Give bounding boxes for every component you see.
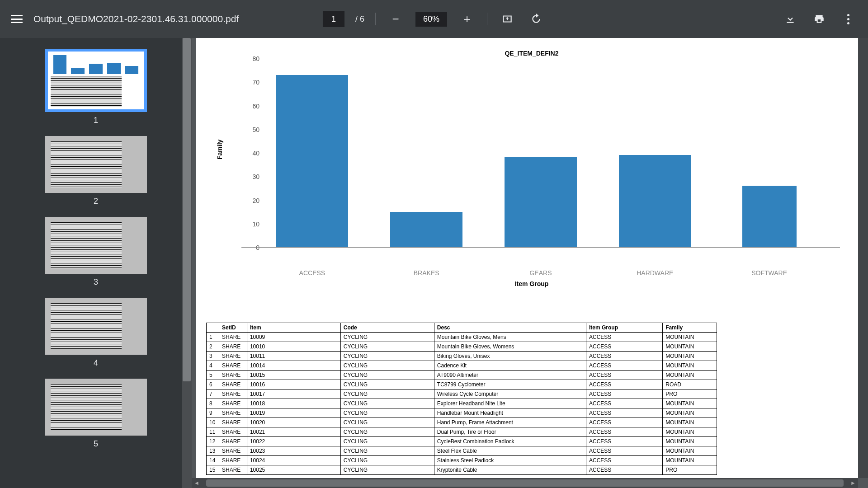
thumbnail-page-1[interactable]: 1 — [45, 49, 147, 125]
table-row: 11SHARE10021CYCLINGDual Pump, Tire or Fl… — [207, 427, 717, 437]
chart-title: QE_ITEM_DEFIN2 — [223, 50, 840, 57]
divider — [375, 13, 376, 25]
table-header: Item — [247, 323, 340, 333]
table-row: 13SHARE10023CYCLINGSteel Flex CableACCES… — [207, 446, 717, 456]
table-header: Code — [340, 323, 434, 333]
table-header: SetID — [219, 323, 247, 333]
table-row: 5SHARE10015CYCLINGAT9090 AltimeterACCESS… — [207, 371, 717, 380]
thumbnail-label: 1 — [94, 116, 98, 125]
main-vertical-scrollbar[interactable] — [858, 38, 868, 478]
rotate-icon[interactable] — [527, 10, 545, 28]
thumbnail-label: 4 — [94, 358, 98, 368]
table-row: 10SHARE10020CYCLINGHand Pump, Frame Atta… — [207, 418, 717, 427]
menu-icon[interactable] — [11, 13, 23, 25]
table-row: 12SHARE10022CYCLINGCycleBest Combination… — [207, 437, 717, 446]
x-tick: GEARS — [484, 267, 598, 277]
data-table: SetIDItemCodeDescItem GroupFamily 1SHARE… — [206, 323, 717, 475]
scroll-left-icon[interactable]: ◄ — [192, 478, 202, 488]
zoom-out-button[interactable]: − — [387, 10, 405, 28]
thumbnail-sidebar: 12345 — [0, 38, 192, 488]
main-viewer: QE_ITEM_DEFIN2 Family 01020304050607080 … — [192, 38, 868, 488]
table-row: 3SHARE10011CYCLINGBiking Gloves, UnisexA… — [207, 352, 717, 361]
table-header: Desc — [434, 323, 586, 333]
bar-gears — [505, 157, 577, 247]
table-row: 15SHARE10025CYCLINGKryptonite CableACCES… — [207, 465, 717, 475]
x-tick: BRAKES — [369, 267, 484, 277]
table-row: 14SHARE10024CYCLINGStainless Steel Padlo… — [207, 456, 717, 465]
main-horizontal-scrollbar[interactable]: ◄ ► — [192, 478, 858, 488]
table-header: Family — [663, 323, 717, 333]
page-number-input[interactable] — [323, 11, 344, 27]
table-header: Item Group — [586, 323, 663, 333]
sidebar-scrollbar[interactable] — [182, 38, 192, 488]
table-row: 7SHARE10017CYCLINGWireless Cycle Compute… — [207, 389, 717, 399]
bar-brakes — [390, 212, 462, 247]
download-icon[interactable] — [781, 10, 799, 28]
fit-to-page-icon[interactable] — [498, 10, 516, 28]
thumbnail-page-3[interactable]: 3 — [45, 217, 147, 287]
scroll-right-icon[interactable]: ► — [848, 478, 858, 488]
x-axis-label: Item Group — [223, 280, 840, 287]
document-filename: Output_QEDMO2021-02-2301.46.31.000000.pd… — [33, 14, 239, 24]
table-header — [207, 323, 219, 333]
bar-software — [742, 186, 797, 247]
x-tick: HARDWARE — [598, 267, 712, 277]
table-row: 2SHARE10010CYCLINGMountain Bike Gloves, … — [207, 342, 717, 352]
table-row: 9SHARE10019CYCLINGHandlebar Mount Headli… — [207, 408, 717, 418]
thumbnail-page-2[interactable]: 2 — [45, 136, 147, 206]
divider — [487, 13, 487, 25]
bar-chart: QE_ITEM_DEFIN2 Family 01020304050607080 … — [196, 38, 858, 314]
thumbnail-page-5[interactable]: 5 — [45, 379, 147, 449]
thumbnail-label: 2 — [94, 197, 98, 206]
thumbnail-label: 3 — [94, 277, 98, 287]
thumbnail-page-4[interactable]: 4 — [45, 298, 147, 368]
bar-access — [276, 75, 348, 247]
table-row: 6SHARE10016CYCLINGTC8799 CyclometerACCES… — [207, 380, 717, 389]
x-tick: ACCESS — [255, 267, 369, 277]
pdf-toolbar: Output_QEDMO2021-02-2301.46.31.000000.pd… — [0, 0, 868, 38]
y-axis-label: Family — [216, 140, 223, 160]
bar-hardware — [619, 155, 691, 247]
thumbnail-label: 5 — [94, 439, 98, 449]
pdf-page[interactable]: QE_ITEM_DEFIN2 Family 01020304050607080 … — [196, 38, 858, 478]
print-icon[interactable] — [810, 10, 828, 28]
more-options-icon[interactable] — [839, 10, 857, 28]
table-row: 8SHARE10018CYCLINGExplorer Headband Nite… — [207, 399, 717, 408]
zoom-in-button[interactable]: + — [458, 10, 476, 28]
table-row: 4SHARE10014CYCLINGCadence KitACCESSMOUNT… — [207, 361, 717, 371]
page-total: / 6 — [355, 14, 364, 24]
zoom-level[interactable]: 60% — [415, 12, 447, 27]
table-row: 1SHARE10009CYCLINGMountain Bike Gloves, … — [207, 333, 717, 342]
x-tick: SOFTWARE — [712, 267, 826, 277]
